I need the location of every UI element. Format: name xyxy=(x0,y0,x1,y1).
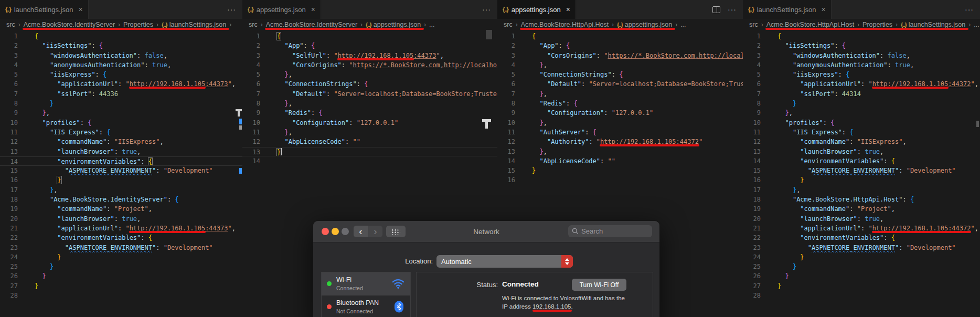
code-line[interactable]: 3 "CorsOrigins": "https://*.BookStore.co… xyxy=(497,51,743,60)
breadcrumb-item[interactable]: Acme.BookStore.IdentityServer xyxy=(266,21,357,28)
code-line[interactable]: 3 "windowsAuthentication": false, xyxy=(743,51,980,60)
breadcrumb-item[interactable]: Acme.BookStore.HttpApi.Host xyxy=(521,21,609,28)
more-actions-icon[interactable]: ··· xyxy=(227,5,236,14)
code-line[interactable]: 13 "launchBrowser": true, xyxy=(0,147,242,156)
scrollbar-thumb[interactable] xyxy=(486,30,492,39)
split-editor-icon[interactable] xyxy=(712,6,720,13)
code-line[interactable]: 12 "commandName": "IISExpress", xyxy=(0,137,242,146)
tab-appsettings.json[interactable]: {..}appsettings.json× xyxy=(242,0,321,19)
code-line[interactable]: 1{ xyxy=(242,31,497,41)
breadcrumb-item[interactable]: src xyxy=(749,21,758,28)
code-line[interactable]: 9 }, xyxy=(743,108,980,118)
code-line[interactable]: 17 }, xyxy=(0,185,242,195)
code-line[interactable]: 9 "Configuration": "127.0.0.1" xyxy=(497,108,743,118)
code-line[interactable]: 20 "launchBrowser": true, xyxy=(743,214,980,224)
code-line[interactable]: 22 "environmentVariables": { xyxy=(0,233,242,242)
breadcrumb[interactable]: src›Acme.BookStore.HttpApi.Host›Properti… xyxy=(743,19,980,30)
breadcrumb-item[interactable]: Acme.BookStore.HttpApi.Host xyxy=(766,21,854,28)
code-line[interactable]: 2 "App": { xyxy=(497,41,743,50)
more-actions-icon[interactable]: ··· xyxy=(482,5,491,14)
code-line[interactable]: 8 "Redis": { xyxy=(497,99,743,108)
code-line[interactable]: 11 "IIS Express": { xyxy=(0,128,242,137)
code-line[interactable]: 3 "windowsAuthentication": false, xyxy=(0,51,242,60)
code-line[interactable]: 24 } xyxy=(0,252,242,262)
code-line[interactable]: 15 "ASPNETCORE_ENVIRONMENT": "Developmen… xyxy=(0,166,242,175)
code-line[interactable]: 11 "IIS Express": { xyxy=(743,128,980,137)
code-line[interactable]: 2 "iisSettings": { xyxy=(0,41,242,50)
breadcrumb-item[interactable]: ... xyxy=(429,21,434,28)
breadcrumb-item[interactable]: launchSettings.json xyxy=(909,21,965,28)
close-icon[interactable]: × xyxy=(566,5,570,14)
service-row-wifi[interactable]: Wi-Fi Connected xyxy=(322,272,410,295)
code-line[interactable]: 4 "CorsOrigins": "https://*.BookStore.co… xyxy=(242,60,497,70)
code-line[interactable]: 18 "Acme.BookStore.HttpApi.Host": { xyxy=(743,195,980,204)
code-line[interactable]: 21 "applicationUrl": "http://192.168.1.1… xyxy=(0,224,242,233)
tab-appsettings.json[interactable]: {..}appsettings.json× xyxy=(497,0,576,19)
breadcrumb-item[interactable]: ... xyxy=(974,21,979,28)
close-icon[interactable]: × xyxy=(78,5,82,14)
code-line[interactable]: 2 "iisSettings": { xyxy=(743,41,980,50)
code-line[interactable]: 27} xyxy=(743,281,980,291)
code-line[interactable]: 1{ xyxy=(0,31,242,41)
code-line[interactable]: 13} xyxy=(242,147,497,156)
code-line[interactable]: 8 }, xyxy=(242,99,497,108)
code-line[interactable]: 22 "environmentVariables": { xyxy=(743,233,980,242)
code-line[interactable]: 26 } xyxy=(743,271,980,281)
tab-launchSettings.json[interactable]: {..}launchSettings.json× xyxy=(743,0,832,19)
breadcrumb-item[interactable]: src xyxy=(249,21,258,28)
code-line[interactable]: 11 }, xyxy=(242,128,497,137)
code-line[interactable]: 2 "App": { xyxy=(242,41,497,50)
code-line[interactable]: 8 } xyxy=(743,99,980,108)
code-line[interactable]: 14 "environmentVariables": { xyxy=(0,156,242,166)
code-line[interactable]: 6 "Default": "Server=localhost;Database=… xyxy=(497,79,743,89)
breadcrumb-item[interactable]: src xyxy=(6,21,15,28)
code-line[interactable]: 15} xyxy=(497,166,743,175)
more-actions-icon[interactable]: ··· xyxy=(728,5,737,14)
code-line[interactable]: 4 "anonymousAuthentication": true, xyxy=(0,60,242,70)
code-line[interactable]: 17 }, xyxy=(743,185,980,195)
code-line[interactable]: 7 "sslPort": 44314 xyxy=(743,89,980,99)
code-line[interactable]: 19 "commandName": "Project", xyxy=(0,204,242,214)
code-line[interactable]: 12 "commandName": "IISExpress", xyxy=(743,137,980,146)
code-line[interactable]: 27} xyxy=(0,281,242,291)
code-line[interactable]: 9 }, xyxy=(0,108,242,118)
code-line[interactable]: 23 "ASPNETCORE_ENVIRONMENT": "Developmen… xyxy=(0,243,242,252)
code-line[interactable]: 12 "Authority": "http://192.168.1.105:44… xyxy=(497,137,743,146)
breadcrumb-item[interactable]: launchSettings.json xyxy=(169,21,226,28)
breadcrumb[interactable]: src›Acme.BookStore.IdentityServer›{..}ap… xyxy=(242,19,497,30)
code-line[interactable]: 4 }, xyxy=(497,60,743,70)
scrollbar-thumb[interactable] xyxy=(976,121,979,127)
code-area[interactable]: 1{2 "iisSettings": {3 "windowsAuthentica… xyxy=(743,31,980,317)
code-line[interactable]: 9 "Redis": { xyxy=(242,108,497,118)
code-line[interactable]: 18 "Acme.BookStore.IdentityServer": { xyxy=(0,195,242,204)
breadcrumb-item[interactable]: Properties xyxy=(123,21,153,28)
code-line[interactable]: 10 "Configuration": "127.0.0.1" xyxy=(242,118,497,128)
code-line[interactable]: 16 } xyxy=(0,175,242,185)
location-select[interactable]: Automatic xyxy=(436,255,573,268)
code-line[interactable]: 7 "sslPort": 44336 xyxy=(0,89,242,99)
code-line[interactable]: 6 "applicationUrl": "http://192.168.1.10… xyxy=(743,79,980,89)
search-input[interactable]: Search xyxy=(568,225,652,237)
code-line[interactable]: 5 "ConnectionStrings": { xyxy=(497,70,743,79)
code-line[interactable]: 5 }, xyxy=(242,70,497,79)
code-line[interactable]: 25 } xyxy=(743,262,980,271)
code-line[interactable]: 28 xyxy=(743,291,980,300)
code-line[interactable]: 1{ xyxy=(743,31,980,41)
window-titlebar[interactable]: ‹ › Network Search xyxy=(313,221,659,242)
code-line[interactable]: 1{ xyxy=(497,31,743,41)
code-line[interactable]: 14 xyxy=(242,156,497,166)
breadcrumb-item[interactable]: appsettings.json xyxy=(625,21,672,28)
code-line[interactable]: 13 "launchBrowser": true, xyxy=(743,147,980,156)
tab-launchSettings.json[interactable]: {..}launchSettings.json× xyxy=(0,0,89,19)
code-line[interactable]: 25 } xyxy=(0,262,242,271)
code-line[interactable]: 10 "profiles": { xyxy=(0,118,242,128)
close-icon[interactable]: × xyxy=(311,5,315,14)
service-row-bluetooth[interactable]: Bluetooth PAN Not Connected xyxy=(322,295,410,317)
code-line[interactable]: 26 } xyxy=(0,271,242,281)
breadcrumb-item[interactable]: Properties xyxy=(862,21,892,28)
breadcrumb-item[interactable]: Acme.BookStore.IdentityServer xyxy=(24,21,115,28)
turn-wifi-off-button[interactable]: Turn Wi-Fi Off xyxy=(572,279,626,291)
close-icon[interactable]: × xyxy=(821,5,825,14)
code-line[interactable]: 4 "anonymousAuthentication": true, xyxy=(743,60,980,70)
code-line[interactable]: 12 "AbpLicenseCode": "" xyxy=(242,137,497,146)
